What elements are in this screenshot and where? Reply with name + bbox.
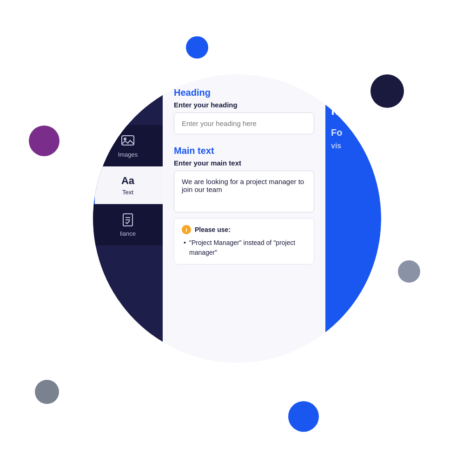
sidebar-item-text[interactable]: Aa Text bbox=[93, 166, 163, 204]
right-preview-panel: W m Fo vis bbox=[325, 74, 381, 363]
main-text-section: Main text Enter your main text i Please … bbox=[174, 145, 314, 264]
main-text-textarea[interactable] bbox=[174, 171, 314, 212]
info-box-header: i Please use: bbox=[182, 225, 306, 234]
decorative-navy-circle-right bbox=[370, 74, 404, 108]
sidebar-item-colours[interactable]: olours bbox=[93, 84, 163, 125]
info-box-list-item: "Project Manager" instead of "project ma… bbox=[184, 238, 306, 258]
compliance-label: liance bbox=[120, 230, 136, 237]
main-text-field-label: Enter your main text bbox=[174, 159, 314, 167]
colours-icon bbox=[120, 92, 135, 107]
right-panel-m: m bbox=[331, 103, 376, 118]
decorative-purple-circle-left bbox=[29, 126, 60, 156]
info-box: i Please use: "Project Manager" instead … bbox=[174, 218, 314, 264]
inner-layout: olours Images Aa Text bbox=[93, 74, 381, 363]
decorative-blue-circle-bottom bbox=[288, 401, 319, 432]
decorative-blue-circle-top bbox=[186, 36, 208, 59]
info-icon: i bbox=[182, 225, 191, 234]
sidebar: olours Images Aa Text bbox=[93, 74, 163, 363]
heading-section: Heading Enter your heading bbox=[174, 87, 314, 134]
colours-label: olours bbox=[119, 110, 136, 117]
right-panel-w: W bbox=[331, 84, 376, 103]
info-box-title: Please use: bbox=[195, 226, 231, 233]
images-label: Images bbox=[118, 151, 138, 158]
right-panel-fo: Fo bbox=[331, 127, 376, 138]
svg-point-4 bbox=[124, 138, 126, 140]
main-text-section-title: Main text bbox=[174, 145, 314, 156]
sidebar-item-images[interactable]: Images bbox=[93, 125, 163, 166]
right-panel-vis: vis bbox=[331, 142, 376, 150]
heading-section-title: Heading bbox=[174, 87, 314, 98]
sidebar-item-compliance[interactable]: liance bbox=[93, 204, 163, 245]
decorative-grey-circle-right bbox=[398, 260, 420, 283]
sidebar-item-text-wrapper: Aa Text bbox=[93, 166, 163, 204]
heading-field-label: Enter your heading bbox=[174, 101, 314, 109]
text-label: Text bbox=[122, 189, 133, 196]
info-box-list: "Project Manager" instead of "project ma… bbox=[182, 238, 306, 258]
main-container: olours Images Aa Text bbox=[93, 74, 381, 363]
main-content-area: Heading Enter your heading Main text Ent… bbox=[163, 74, 325, 363]
svg-point-0 bbox=[124, 95, 128, 100]
images-icon bbox=[120, 133, 135, 148]
svg-point-2 bbox=[126, 99, 130, 104]
text-aa-label: Aa bbox=[121, 175, 134, 187]
compliance-icon bbox=[120, 212, 135, 227]
heading-input[interactable] bbox=[174, 112, 314, 134]
decorative-grey-circle-left bbox=[35, 380, 59, 404]
svg-point-1 bbox=[127, 95, 132, 100]
